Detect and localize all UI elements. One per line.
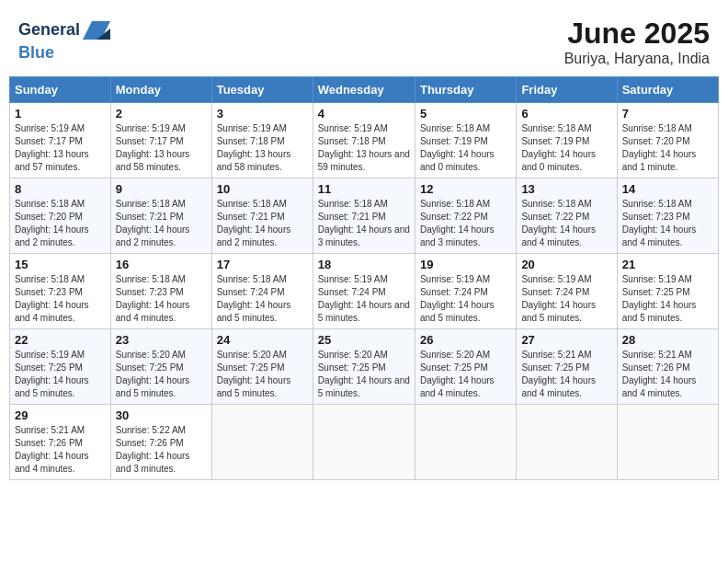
day-4: 4 Sunrise: 5:19 AMSunset: 7:18 PMDayligh… [313,103,415,178]
page-header: General Blue June 2025 Buriya, Haryana, … [9,9,719,76]
day-13: 13 Sunrise: 5:18 AMSunset: 7:22 PMDaylig… [517,178,617,254]
header-sunday: Sunday [10,77,111,103]
day-10: 10 Sunrise: 5:18 AMSunset: 7:21 PMDaylig… [211,178,313,254]
day-21: 21 Sunrise: 5:19 AMSunset: 7:25 PMDaylig… [617,254,718,329]
day-9: 9 Sunrise: 5:18 AMSunset: 7:21 PMDayligh… [110,178,211,254]
empty-cell-2 [313,405,415,480]
header-saturday: Saturday [617,77,718,103]
day-16: 16 Sunrise: 5:18 AMSunset: 7:23 PMDaylig… [110,254,211,329]
weekday-header-row: Sunday Monday Tuesday Wednesday Thursday… [10,77,719,103]
header-monday: Monday [110,77,211,103]
day-26: 26 Sunrise: 5:20 AMSunset: 7:25 PMDaylig… [415,329,516,405]
month-title: June 2025 [564,17,710,51]
day-1: 1 Sunrise: 5:19 AMSunset: 7:17 PMDayligh… [10,103,111,178]
week-row-4: 22 Sunrise: 5:19 AMSunset: 7:25 PMDaylig… [10,329,719,405]
day-14: 14 Sunrise: 5:18 AMSunset: 7:23 PMDaylig… [617,178,718,254]
day-6: 6 Sunrise: 5:18 AMSunset: 7:19 PMDayligh… [517,103,617,178]
week-row-5: 29 Sunrise: 5:21 AMSunset: 7:26 PMDaylig… [10,405,719,480]
header-friday: Friday [517,77,617,103]
logo-icon [83,17,110,44]
day-7: 7 Sunrise: 5:18 AMSunset: 7:20 PMDayligh… [617,103,718,178]
day-17: 17 Sunrise: 5:18 AMSunset: 7:24 PMDaylig… [211,254,313,329]
day-3: 3 Sunrise: 5:19 AMSunset: 7:18 PMDayligh… [211,103,313,178]
day-27: 27 Sunrise: 5:21 AMSunset: 7:25 PMDaylig… [517,329,617,405]
day-18: 18 Sunrise: 5:19 AMSunset: 7:24 PMDaylig… [313,254,415,329]
day-30: 30 Sunrise: 5:22 AMSunset: 7:26 PMDaylig… [110,405,211,480]
calendar-table: Sunday Monday Tuesday Wednesday Thursday… [9,76,719,480]
day-5: 5 Sunrise: 5:18 AMSunset: 7:19 PMDayligh… [415,103,516,178]
day-29: 29 Sunrise: 5:21 AMSunset: 7:26 PMDaylig… [10,405,111,480]
day-22: 22 Sunrise: 5:19 AMSunset: 7:25 PMDaylig… [10,329,111,405]
title-section: June 2025 Buriya, Haryana, India [564,17,710,67]
day-11: 11 Sunrise: 5:18 AMSunset: 7:21 PMDaylig… [313,178,415,254]
empty-cell-1 [211,405,313,480]
day-12: 12 Sunrise: 5:18 AMSunset: 7:22 PMDaylig… [415,178,516,254]
day-23: 23 Sunrise: 5:20 AMSunset: 7:25 PMDaylig… [110,329,211,405]
day-15: 15 Sunrise: 5:18 AMSunset: 7:23 PMDaylig… [10,254,111,329]
week-row-2: 8 Sunrise: 5:18 AMSunset: 7:20 PMDayligh… [10,178,719,254]
day-20: 20 Sunrise: 5:19 AMSunset: 7:24 PMDaylig… [517,254,617,329]
logo: General Blue [18,17,110,63]
day-8: 8 Sunrise: 5:18 AMSunset: 7:20 PMDayligh… [10,178,111,254]
day-2: 2 Sunrise: 5:19 AMSunset: 7:17 PMDayligh… [110,103,211,178]
empty-cell-4 [517,405,617,480]
day-24: 24 Sunrise: 5:20 AMSunset: 7:25 PMDaylig… [211,329,313,405]
week-row-1: 1 Sunrise: 5:19 AMSunset: 7:17 PMDayligh… [10,103,719,178]
location-title: Buriya, Haryana, India [564,51,710,67]
logo-text: General Blue [18,17,110,63]
day-25: 25 Sunrise: 5:20 AMSunset: 7:25 PMDaylig… [313,329,415,405]
empty-cell-3 [415,405,516,480]
day-19: 19 Sunrise: 5:19 AMSunset: 7:24 PMDaylig… [415,254,516,329]
empty-cell-5 [617,405,718,480]
week-row-3: 15 Sunrise: 5:18 AMSunset: 7:23 PMDaylig… [10,254,719,329]
day-28: 28 Sunrise: 5:21 AMSunset: 7:26 PMDaylig… [617,329,718,405]
header-thursday: Thursday [415,77,516,103]
header-tuesday: Tuesday [211,77,313,103]
header-wednesday: Wednesday [313,77,415,103]
